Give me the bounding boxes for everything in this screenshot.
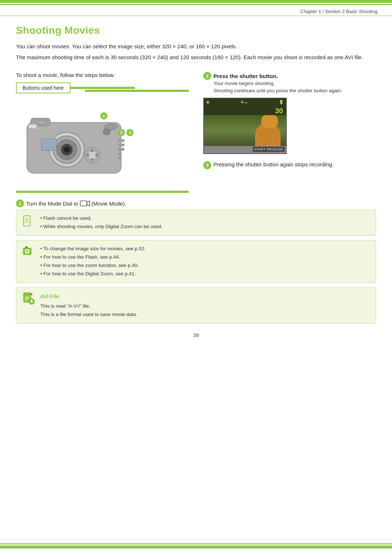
top-green-bar bbox=[0, 0, 392, 3]
page-title: Shooting Movies bbox=[16, 25, 376, 36]
note1-list: Flash cannot be used. While shooting mov… bbox=[40, 214, 162, 231]
vf-icon-battery: 🔋 bbox=[279, 100, 284, 105]
step-1: 1 Turn the Mode Dial to (Movie Mode). bbox=[16, 199, 189, 207]
left-column: To shoot a movie, follow the steps below… bbox=[16, 72, 189, 210]
note2-item-4: For how to use the Digital Zoom, see p.4… bbox=[40, 270, 146, 278]
info-box-avi: AVI File This is read "A-V-I" file. This… bbox=[16, 287, 376, 324]
green-line-accent bbox=[85, 90, 189, 92]
vf-start-release: START RELEASE bbox=[253, 147, 285, 152]
svg-point-12 bbox=[118, 143, 121, 146]
svg-point-11 bbox=[118, 139, 121, 142]
chapter-header: Chapter 1 / Section 2 Basic Shooting bbox=[0, 5, 392, 16]
note2-list: To change the image size for movies, see… bbox=[40, 245, 146, 278]
svg-point-20 bbox=[88, 151, 97, 159]
note-icon-2 bbox=[22, 245, 35, 258]
two-column-layout: To shoot a movie, follow the steps below… bbox=[16, 72, 376, 210]
bottom-bar bbox=[0, 546, 392, 548]
viewfinder-image: ⊕ ❊ ₘ 🔋 30 320 00:36 00:00 bbox=[203, 98, 287, 154]
svg-marker-37 bbox=[31, 293, 33, 295]
step-1-text: Turn the Mode Dial to bbox=[26, 200, 78, 207]
diagram-label-1: 1 bbox=[100, 112, 107, 119]
note2-item-3: For how to use the zoom function, see p.… bbox=[40, 262, 146, 270]
svg-point-15 bbox=[118, 157, 121, 159]
avi-desc2: This is a file format used to save movie… bbox=[40, 311, 137, 319]
right-column: 2 Press the shutter button. Your movie b… bbox=[203, 72, 376, 210]
diagram-label-3: 3 bbox=[126, 129, 134, 136]
camera-svg bbox=[20, 104, 132, 177]
svg-rect-7 bbox=[41, 139, 57, 150]
buttons-used-label: Buttons used here bbox=[23, 85, 64, 91]
movie-mode-icon bbox=[80, 199, 90, 207]
avi-desc1: This is read "A-V-I" file. bbox=[40, 302, 137, 311]
step-2-number: 2 bbox=[203, 72, 211, 80]
buttons-used-box: Buttons used here bbox=[16, 82, 70, 93]
intro-paragraph-1: You can shoot movies. You can select the… bbox=[16, 42, 376, 51]
note-icon-1 bbox=[22, 214, 35, 227]
step-2: 2 Press the shutter button. Your movie b… bbox=[203, 72, 376, 154]
green-divider-left bbox=[16, 191, 189, 193]
svg-point-14 bbox=[118, 152, 121, 155]
svg-point-16 bbox=[122, 139, 124, 142]
step-2-title: 2 Press the shutter button. bbox=[203, 72, 376, 80]
bottom-bar-thin bbox=[0, 543, 392, 544]
vf-cat-head bbox=[261, 115, 278, 128]
svg-rect-35 bbox=[25, 246, 28, 248]
buttons-used-container: Buttons used here bbox=[16, 82, 189, 99]
svg-point-10 bbox=[37, 120, 46, 125]
step-3-number: 3 bbox=[203, 161, 211, 169]
bottom-bars bbox=[0, 543, 392, 548]
camera-small-icon bbox=[22, 245, 35, 258]
avi-file-icon bbox=[22, 292, 35, 305]
vf-top-icons: ⊕ ❊ ₘ 🔋 bbox=[204, 98, 286, 106]
svg-rect-26 bbox=[80, 201, 87, 206]
note2-item-1: To change the image size for movies, see… bbox=[40, 245, 146, 253]
note2-text: To change the image size for movies, see… bbox=[40, 245, 146, 278]
info-box-note1: Flash cannot be used. While shooting mov… bbox=[16, 210, 376, 236]
svg-point-18 bbox=[122, 148, 124, 151]
step-3-text: Pressing the shutter button again stops … bbox=[213, 161, 334, 167]
svg-point-17 bbox=[122, 143, 124, 146]
step-3: 3 Pressing the shutter button again stop… bbox=[203, 161, 376, 169]
svg-marker-27 bbox=[87, 201, 90, 206]
avi-title: AVI File bbox=[40, 292, 137, 301]
info-box-note2: To change the image size for movies, see… bbox=[16, 240, 376, 283]
svg-point-13 bbox=[118, 148, 121, 151]
vf-timer: 30 bbox=[275, 106, 283, 115]
avi-icon bbox=[22, 292, 35, 305]
svg-point-9 bbox=[105, 124, 118, 130]
svg-point-6 bbox=[64, 147, 70, 153]
svg-rect-25 bbox=[29, 124, 37, 129]
svg-rect-28 bbox=[24, 216, 30, 226]
note1-text: Flash cannot be used. While shooting mov… bbox=[40, 214, 162, 231]
note1-item-2: While shooting movies, only Digital Zoom… bbox=[40, 223, 162, 231]
note2-item-2: For how to use the Flash, see p.44. bbox=[40, 253, 146, 262]
step-2-desc: Your movie begins shooting. Shooting con… bbox=[213, 80, 376, 95]
avi-text: AVI File This is read "A-V-I" file. This… bbox=[40, 292, 137, 319]
steps-intro-text: To shoot a movie, follow the steps below… bbox=[16, 72, 189, 78]
main-content: Shooting Movies You can shoot movies. Yo… bbox=[0, 16, 392, 353]
camera-diagram: 1 2 3 bbox=[20, 104, 139, 184]
svg-point-34 bbox=[26, 250, 28, 252]
note1-item-1: Flash cannot be used. bbox=[40, 214, 162, 223]
step-1-number: 1 bbox=[16, 199, 24, 207]
step-1-mode-label: (Movie Mode). bbox=[91, 200, 126, 207]
vf-icon-flash: ⊕ bbox=[206, 100, 209, 105]
vf-icon-white-bal: ❊ ₘ bbox=[241, 100, 248, 105]
note-lines-icon bbox=[22, 214, 35, 227]
chapter-label: Chapter 1 / Section 2 Basic Shooting bbox=[301, 9, 377, 14]
intro-paragraph-2: The maximum shooting time of each is 30 … bbox=[16, 53, 376, 62]
page-number: 39 bbox=[16, 332, 376, 338]
diagram-label-2: 2 bbox=[118, 129, 125, 136]
